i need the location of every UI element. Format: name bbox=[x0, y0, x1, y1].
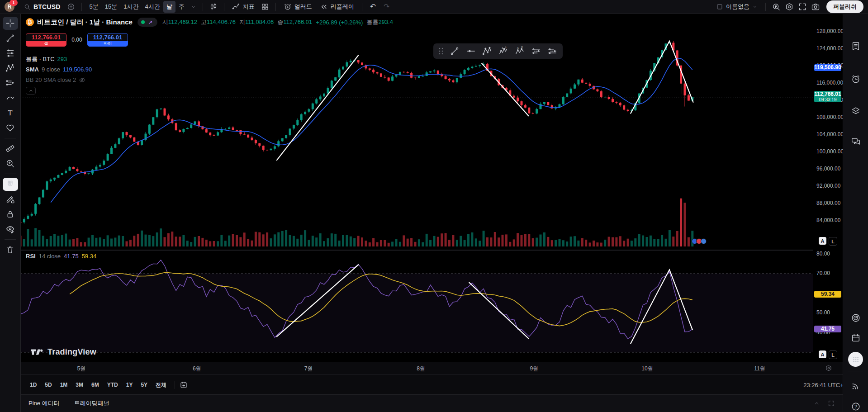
go-to-date-icon[interactable] bbox=[178, 379, 189, 390]
bb-indicator-row[interactable]: BB 20 SMA close 2 bbox=[26, 75, 393, 85]
float-long-position-tool[interactable] bbox=[528, 45, 544, 57]
auto-scale-button[interactable]: A bbox=[819, 237, 826, 245]
layout-grid-icon[interactable] bbox=[259, 1, 271, 13]
range-button-1Y[interactable]: 1Y bbox=[123, 380, 136, 390]
panel-chevron-up-icon[interactable] bbox=[813, 400, 821, 407]
interval-button-1시간[interactable]: 1시간 bbox=[120, 1, 142, 13]
time-axis[interactable]: 5월6월7월8월9월10월11월 bbox=[20, 362, 843, 375]
compare-add-icon[interactable] bbox=[65, 1, 77, 13]
sidebar-help-button[interactable]: ? bbox=[848, 399, 863, 412]
remove-drawings-tool[interactable] bbox=[3, 243, 18, 256]
sell-button[interactable]: 112,766.01 셀 bbox=[26, 33, 66, 47]
float-elliott-wave-tool[interactable]: 15 bbox=[496, 45, 511, 57]
text-tool[interactable]: T bbox=[3, 106, 18, 119]
toolbar-divider bbox=[5, 174, 16, 174]
lock-drawings-tool[interactable] bbox=[3, 208, 18, 221]
sidebar-apps-button[interactable] bbox=[848, 352, 863, 367]
drawing-mode-tool[interactable] bbox=[3, 193, 18, 206]
volume-indicator-row[interactable]: 볼륨 · BTC 293 bbox=[26, 54, 393, 64]
interval-button-5분[interactable]: 5분 bbox=[86, 1, 102, 13]
month-label-11월: 11월 bbox=[754, 365, 765, 373]
range-button-1D[interactable]: 1D bbox=[27, 380, 40, 390]
range-button-5D[interactable]: 5D bbox=[42, 380, 55, 390]
float-short-position-tool[interactable] bbox=[545, 45, 560, 57]
month-label-8월: 8월 bbox=[417, 365, 425, 373]
market-status-pill[interactable] bbox=[138, 18, 157, 27]
rsi-indicator-row[interactable]: RSI 14 close 41.75 59.34 bbox=[26, 253, 96, 260]
top-toolbar: R 1 BTCUSD 5분15분1시간4시간날주 지표 얼러트 리플레이 ↶ ↷ bbox=[0, 0, 868, 14]
sidebar-object-tree-button[interactable] bbox=[848, 103, 863, 118]
sma-indicator-row[interactable]: SMA 9 close 119,506.90 bbox=[26, 64, 393, 75]
trend-line-tool[interactable] bbox=[3, 32, 18, 45]
replay-button[interactable]: 리플레이 bbox=[317, 1, 357, 13]
sidebar-watchlist-button[interactable] bbox=[848, 38, 863, 53]
fullscreen-icon[interactable] bbox=[797, 1, 808, 13]
zoom-in-tool[interactable] bbox=[3, 157, 18, 170]
magnet-tool[interactable] bbox=[3, 178, 18, 191]
rsi-auto-scale-button[interactable]: A bbox=[819, 350, 826, 358]
float-abcd-pattern-tool[interactable]: AC bbox=[512, 45, 527, 57]
range-button-6M[interactable]: 6M bbox=[88, 380, 102, 390]
range-button-3M[interactable]: 3M bbox=[72, 380, 86, 390]
sidebar-divider bbox=[848, 371, 863, 371]
float-trend-line-tool[interactable] bbox=[447, 45, 462, 57]
legend-collapse-button[interactable] bbox=[26, 87, 36, 95]
panel-maximize-icon[interactable] bbox=[828, 400, 835, 407]
forecast-tool[interactable] bbox=[3, 76, 18, 90]
drag-handle-icon[interactable] bbox=[438, 47, 444, 56]
apps-icon bbox=[851, 355, 861, 365]
price-tick: 88,000.00 bbox=[816, 200, 840, 206]
chart-style-candles-icon[interactable] bbox=[208, 1, 219, 13]
sidebar-broadcast-button[interactable] bbox=[848, 378, 863, 393]
axis-settings-gear-icon[interactable] bbox=[825, 365, 832, 372]
user-avatar[interactable]: R 1 bbox=[5, 2, 14, 12]
log-scale-button[interactable]: L bbox=[829, 237, 837, 246]
rsi-log-scale-button[interactable]: L bbox=[829, 350, 837, 359]
layout-chevron-down-icon bbox=[752, 4, 758, 9]
price-scale[interactable]: 40.0050.0060.0070.0080.0084,000.0088,000… bbox=[813, 14, 844, 362]
interval-button-주[interactable]: 주 bbox=[175, 1, 188, 13]
indicators-button[interactable]: 지표 bbox=[229, 1, 258, 13]
snapshot-camera-icon[interactable] bbox=[810, 1, 821, 13]
tab-pine-editor[interactable]: Pine 에디터 bbox=[28, 399, 60, 407]
sidebar-screener-button[interactable] bbox=[848, 310, 863, 325]
sidebar-calendar-button[interactable] bbox=[848, 330, 863, 345]
undo-button[interactable]: ↶ bbox=[367, 2, 379, 11]
crosshair-tool[interactable] bbox=[3, 17, 18, 30]
interval-chevron-down-icon[interactable] bbox=[189, 2, 198, 11]
range-button-전체[interactable]: 전체 bbox=[152, 379, 170, 391]
marker-blue2-icon[interactable] bbox=[701, 238, 707, 244]
float-xabcd-pattern-tool[interactable] bbox=[479, 45, 495, 57]
publish-button[interactable]: 퍼블리쉬 bbox=[826, 0, 863, 13]
rsi-value-label: 41.75 bbox=[814, 326, 841, 332]
sidebar-chat-button[interactable] bbox=[848, 134, 863, 149]
symbol-search-button[interactable]: BTCUSD bbox=[20, 1, 64, 12]
interval-button-4시간[interactable]: 4시간 bbox=[142, 1, 163, 13]
alert-button[interactable]: 얼러트 bbox=[280, 1, 315, 13]
range-button-5Y[interactable]: 5Y bbox=[138, 380, 151, 390]
ruler-tool[interactable] bbox=[3, 142, 18, 155]
price-tick: 108,000.00 bbox=[816, 114, 844, 120]
redo-button[interactable]: ↷ bbox=[380, 2, 393, 11]
emoji-tool[interactable] bbox=[3, 121, 18, 134]
range-button-YTD[interactable]: YTD bbox=[104, 380, 121, 390]
hide-drawings-tool[interactable] bbox=[3, 223, 18, 236]
tab-trading-panel[interactable]: 트레이딩패널 bbox=[74, 399, 109, 407]
buy-button[interactable]: 112,766.01 바이 bbox=[87, 33, 128, 47]
float-horizontal-ray-tool[interactable] bbox=[463, 45, 479, 57]
range-button-1M[interactable]: 1M bbox=[57, 380, 71, 390]
symbol-title[interactable]: 비트코인 / 달러 · 1날 · Binance bbox=[37, 18, 133, 27]
spread-value: 0.00 bbox=[66, 37, 87, 43]
magnet-icon bbox=[5, 180, 15, 189]
interval-button-날[interactable]: 날 bbox=[163, 1, 175, 13]
eye-off-icon[interactable] bbox=[79, 76, 86, 84]
interval-button-15분[interactable]: 15분 bbox=[102, 1, 120, 13]
settings-gear-icon[interactable] bbox=[783, 1, 795, 13]
xabcd-pattern-tool[interactable] bbox=[3, 62, 18, 75]
layout-manager-button[interactable]: 이름없음 bbox=[713, 1, 761, 13]
fib-retracement-tool[interactable] bbox=[3, 47, 18, 60]
calendar-icon bbox=[851, 333, 861, 343]
quick-search-icon[interactable] bbox=[770, 1, 782, 13]
sidebar-alerts-button[interactable] bbox=[848, 71, 863, 86]
brush-tool[interactable] bbox=[3, 91, 18, 104]
